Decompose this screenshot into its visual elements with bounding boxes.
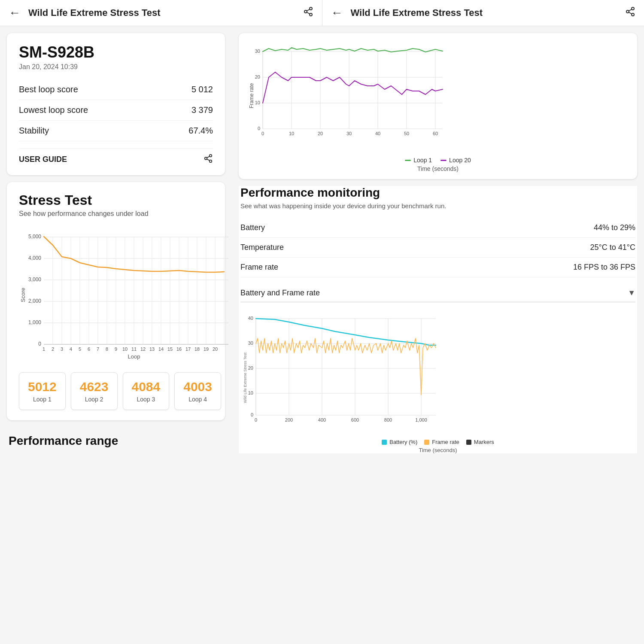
svg-text:1: 1 bbox=[43, 346, 45, 352]
svg-text:30: 30 bbox=[248, 340, 253, 346]
card-share-button[interactable] bbox=[204, 154, 213, 165]
svg-text:7: 7 bbox=[97, 346, 99, 352]
svg-text:0: 0 bbox=[255, 417, 257, 422]
svg-text:3,000: 3,000 bbox=[28, 276, 41, 283]
svg-text:50: 50 bbox=[404, 131, 409, 136]
battery-framerate-dropdown[interactable]: Battery and Frame rate ▼ bbox=[240, 284, 635, 302]
svg-text:1,000: 1,000 bbox=[28, 319, 41, 325]
svg-text:40: 40 bbox=[375, 131, 380, 136]
svg-text:2,000: 2,000 bbox=[28, 298, 41, 304]
legend-loop20: Loop 20 bbox=[440, 157, 471, 164]
svg-text:0: 0 bbox=[258, 126, 260, 131]
svg-text:16: 16 bbox=[176, 346, 182, 352]
battery-legend-label: Battery (%) bbox=[389, 439, 417, 445]
main-content: SM-S928B Jan 20, 2024 10:39 Best loop sc… bbox=[0, 26, 644, 644]
loop-box-3: 4084 Loop 3 bbox=[123, 372, 170, 410]
framerate-row: Frame rate 16 FPS to 36 FPS bbox=[240, 258, 635, 277]
stability-row: Stability 67.4% bbox=[19, 121, 213, 141]
framerate-value: 16 FPS to 36 FPS bbox=[573, 263, 635, 272]
loop-1-score: 5012 bbox=[28, 380, 57, 394]
device-info-card: SM-S928B Jan 20, 2024 10:39 Best loop sc… bbox=[7, 33, 225, 175]
svg-text:15: 15 bbox=[167, 346, 173, 352]
svg-text:20: 20 bbox=[213, 346, 218, 352]
svg-text:Wild Life Extreme Stress Test: Wild Life Extreme Stress Test bbox=[243, 352, 247, 403]
svg-text:18: 18 bbox=[194, 346, 200, 352]
right-share-button[interactable] bbox=[625, 6, 635, 19]
svg-text:20: 20 bbox=[255, 74, 260, 79]
svg-text:13: 13 bbox=[149, 346, 155, 352]
svg-text:10: 10 bbox=[122, 346, 128, 352]
stress-test-chart: Score 5,000 4,000 3,000 2,000 1,000 0 bbox=[19, 226, 213, 365]
svg-text:200: 200 bbox=[285, 417, 293, 422]
right-back-button[interactable]: ← bbox=[331, 6, 343, 20]
battery-row: Battery 44% to 29% bbox=[240, 218, 635, 238]
svg-text:40: 40 bbox=[248, 316, 253, 321]
lowest-loop-row: Lowest loop score 3 379 bbox=[19, 100, 213, 121]
battery-legend-markers: Markers bbox=[466, 439, 494, 445]
performance-range-title: Performance range bbox=[9, 434, 223, 448]
dropdown-label: Battery and Frame rate bbox=[240, 289, 320, 298]
loop-4-score: 4003 bbox=[183, 380, 212, 394]
svg-text:30: 30 bbox=[346, 131, 352, 136]
markers-legend-color bbox=[466, 440, 471, 445]
svg-line-13 bbox=[207, 159, 210, 161]
svg-text:2: 2 bbox=[52, 346, 54, 352]
device-name: SM-S928B bbox=[19, 43, 213, 61]
best-loop-label: Best loop score bbox=[19, 85, 78, 94]
svg-text:0: 0 bbox=[251, 412, 253, 417]
left-header-title: Wild Life Extreme Stress Test bbox=[28, 7, 303, 18]
stress-test-card: Stress Test See how performance changes … bbox=[7, 182, 225, 420]
left-column: SM-S928B Jan 20, 2024 10:39 Best loop sc… bbox=[0, 26, 232, 644]
user-guide-label[interactable]: USER GUIDE bbox=[19, 155, 67, 164]
left-share-button[interactable] bbox=[303, 6, 313, 19]
loop-box-2: 4623 Loop 2 bbox=[71, 372, 118, 410]
loop20-legend-label: Loop 20 bbox=[449, 157, 471, 164]
left-back-button[interactable]: ← bbox=[9, 6, 21, 20]
loop-3-label: Loop 3 bbox=[132, 396, 161, 403]
lowest-loop-value: 3 379 bbox=[191, 105, 213, 115]
battery-legend-color bbox=[382, 440, 387, 445]
svg-text:800: 800 bbox=[384, 417, 392, 422]
battery-legend-battery: Battery (%) bbox=[382, 439, 417, 445]
loop-box-1: 5012 Loop 1 bbox=[19, 372, 66, 410]
svg-text:4: 4 bbox=[70, 346, 72, 352]
svg-text:14: 14 bbox=[158, 346, 164, 352]
frame-rate-chart-card: Frame rate 30 20 10 0 bbox=[239, 33, 637, 179]
top-bar: ← Wild Life Extreme Stress Test ← Wild L… bbox=[0, 0, 644, 26]
svg-text:10: 10 bbox=[289, 131, 294, 136]
svg-line-9 bbox=[629, 9, 632, 11]
svg-text:Loop: Loop bbox=[128, 353, 140, 360]
svg-text:20: 20 bbox=[248, 365, 253, 371]
stress-test-title: Stress Test bbox=[19, 192, 213, 208]
battery-value: 44% to 29% bbox=[594, 223, 635, 232]
loop-box-4: 4003 Loop 4 bbox=[174, 372, 221, 410]
svg-text:60: 60 bbox=[433, 131, 438, 136]
svg-text:17: 17 bbox=[185, 346, 191, 352]
frame-rate-legend: Loop 1 Loop 20 bbox=[247, 157, 629, 164]
markers-legend-label: Markers bbox=[474, 439, 494, 445]
device-date: Jan 20, 2024 10:39 bbox=[19, 63, 213, 71]
loop-4-label: Loop 4 bbox=[183, 396, 212, 403]
battery-framerate-chart: Wild Life Extreme Stress Test 40 30 20 1… bbox=[240, 309, 635, 453]
svg-text:5: 5 bbox=[79, 346, 81, 352]
stress-test-subtitle: See how performance changes under load bbox=[19, 210, 213, 218]
svg-text:3: 3 bbox=[61, 346, 63, 352]
svg-text:Frame rate: Frame rate bbox=[249, 83, 255, 108]
stability-label: Stability bbox=[19, 126, 49, 136]
stability-value: 67.4% bbox=[188, 126, 213, 136]
svg-text:8: 8 bbox=[106, 346, 108, 352]
svg-line-3 bbox=[307, 12, 310, 14]
svg-text:400: 400 bbox=[318, 417, 326, 422]
svg-text:20: 20 bbox=[318, 131, 323, 136]
svg-text:1,000: 1,000 bbox=[415, 417, 427, 422]
perf-monitoring-title: Performance monitoring bbox=[240, 186, 635, 200]
dropdown-arrow-icon: ▼ bbox=[628, 289, 635, 298]
loop1-legend-label: Loop 1 bbox=[413, 157, 432, 164]
svg-text:9: 9 bbox=[115, 346, 117, 352]
svg-text:0: 0 bbox=[38, 341, 41, 347]
temperature-value: 25°C to 41°C bbox=[590, 243, 635, 252]
framerate-label: Frame rate bbox=[240, 263, 278, 272]
svg-text:4,000: 4,000 bbox=[28, 255, 41, 261]
user-guide-row: USER GUIDE bbox=[19, 148, 213, 165]
temperature-row: Temperature 25°C to 41°C bbox=[240, 238, 635, 258]
